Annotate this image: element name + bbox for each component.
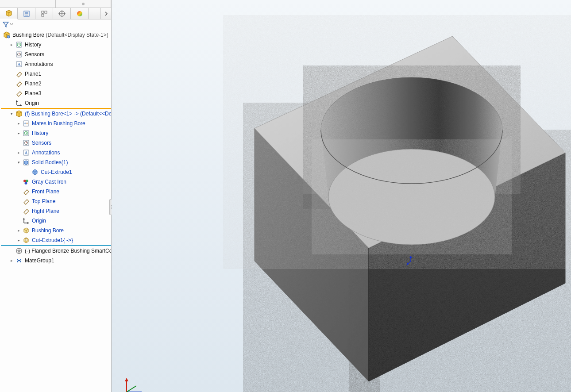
expander-icon[interactable] [16,140,21,146]
tree-row[interactable]: Plane2 [1,79,111,88]
expander-icon[interactable] [16,208,21,214]
tree-row-label: Mates in Bushing Bore [32,120,85,127]
feature-extrude-icon [22,227,30,234]
body-icon [31,168,39,176]
tab-dimxpert[interactable] [53,8,71,19]
expander-icon[interactable] [9,248,14,254]
tree-row-label: Right Plane [32,208,59,214]
tree-root[interactable]: Bushing Bore (Default<Display State-1>) [1,30,111,40]
expander-icon[interactable]: ▸ [16,238,21,243]
expander-icon[interactable]: ▸ [16,150,21,155]
tree-row[interactable]: Plane1 [1,69,111,79]
tree-row[interactable]: Plane3 [1,88,111,98]
expander-icon[interactable] [16,179,21,184]
tree-row[interactable]: Sensors [1,138,111,148]
feature-cut-icon [22,236,30,244]
tree-row-label: Plane2 [25,81,41,87]
expander-icon[interactable]: ▸ [16,228,21,233]
expander-icon[interactable] [9,100,14,106]
svg-marker-58 [27,222,29,224]
tree-row[interactable]: ▸ History [1,128,111,138]
mini-tab-2[interactable] [56,0,112,8]
mates-icon [22,119,30,127]
origin-icon [15,99,23,107]
tree-row[interactable]: Top Plane [1,196,111,206]
expander-icon[interactable] [25,169,30,175]
chevron-right-icon [104,12,108,16]
assembly-icon [3,31,11,39]
tab-overflow[interactable] [100,8,111,19]
svg-marker-54 [24,209,29,214]
expander-icon[interactable]: ▸ [16,131,21,136]
plane-icon [15,89,23,97]
tree-row[interactable]: Origin [1,216,111,226]
svg-rect-7 [45,11,47,13]
tree-row-label: Top Plane [32,198,55,204]
tree-row[interactable]: ▸ Bushing Bore [1,226,111,235]
smartcomp-icon [15,247,23,255]
annotations-icon: A [15,60,23,68]
tree-row[interactable]: A Annotations [1,59,111,69]
tree-row[interactable]: ▾ Solid Bodies(1) [1,158,111,167]
expander-icon[interactable]: ▸ [16,121,21,126]
tree-row[interactable]: Right Plane [1,206,111,216]
mini-tab-1[interactable] [0,0,56,8]
expander-icon[interactable]: ▸ [9,258,14,263]
tree-row-label: (f) Bushing Bore<1> -> (Default<<Def [25,111,111,117]
tree-row-label: Annotations [25,61,53,67]
tree-row[interactable]: (-) Flanged Bronze Bushing SmartCom [1,246,111,256]
appearance-icon [76,10,83,17]
chevron-down-icon[interactable] [10,23,13,26]
origin-icon [22,217,30,225]
funnel-icon[interactable] [3,21,9,27]
tree-row-label: Solid Bodies(1) [32,159,68,165]
tree-row[interactable]: Cut-Extrude1 [1,167,111,177]
tree-row-label: Front Plane [32,188,59,195]
tree-row[interactable]: ▸ Cut-Extrude1{ ->} [1,235,111,245]
expander-icon[interactable]: ▾ [9,111,14,116]
tree-row[interactable]: ▸ History [1,40,111,50]
expander-icon[interactable] [9,52,14,57]
tab-display-manager[interactable] [71,8,89,19]
tab-feature-manager[interactable] [0,8,18,19]
cube-icon [5,10,12,17]
expander-icon[interactable]: ▾ [16,160,21,165]
annotations-icon: A [22,149,30,157]
tab-property-manager[interactable] [18,8,35,19]
tree-row[interactable]: Origin [1,98,111,108]
graphics-viewport[interactable] [112,0,571,392]
tree-row-label: Origin [25,100,39,106]
svg-point-51 [25,182,27,184]
plane-icon [22,207,30,215]
svg-marker-57 [23,218,25,219]
svg-marker-32 [20,104,22,106]
svg-point-18 [7,35,10,38]
expander-icon[interactable] [9,81,14,86]
tree-row[interactable]: ▸ MateGroup1 [1,256,111,265]
expander-icon[interactable] [16,199,21,204]
expander-icon[interactable] [16,189,21,194]
solidbodies-icon [22,158,30,166]
tree-row-label: Cut-Extrude1 [41,169,72,175]
expander-icon[interactable] [9,91,14,96]
tree-row-label: Sensors [32,140,51,146]
tree-row[interactable]: ▾ (f) Bushing Bore<1> -> (Default<<Def [1,109,111,119]
tree-row[interactable]: Sensors [1,50,111,59]
view-triad-icon [121,377,148,392]
expander-icon[interactable] [9,61,14,67]
tree-row[interactable]: Gray Cast Iron [1,177,111,187]
feature-manager-panel: Bushing Bore (Default<Display State-1>) … [0,0,112,392]
expander-icon[interactable]: ▸ [9,42,14,47]
expander-icon[interactable] [9,71,14,77]
tab-configuration-manager[interactable] [35,8,53,19]
tree-row[interactable]: ▸ A Annotations [1,148,111,158]
svg-marker-15 [3,22,8,27]
svg-marker-26 [17,72,22,77]
tree-row[interactable]: ▸ Mates in Bushing Bore [1,119,111,128]
svg-rect-62 [25,238,27,241]
tree-row-label: History [32,130,48,136]
tree-row[interactable]: Front Plane [1,187,111,196]
svg-marker-72 [409,256,412,258]
svg-line-78 [127,386,136,392]
expander-icon[interactable] [16,218,21,223]
